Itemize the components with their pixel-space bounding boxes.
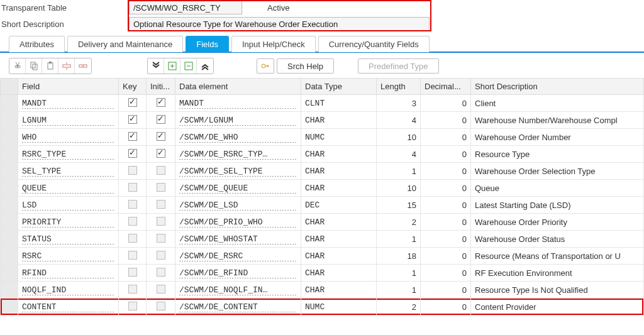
- expand-button[interactable]: [164, 58, 180, 74]
- init-checkbox[interactable]: [157, 149, 165, 158]
- predefined-type-button[interactable]: Predefined Type: [358, 58, 438, 74]
- key-checkbox[interactable]: [128, 200, 137, 209]
- field-name[interactable]: SEL_TYPE: [22, 167, 114, 177]
- init-checkbox[interactable]: [157, 98, 165, 107]
- data-element-link[interactable]: /SCWM/DE_RSRC: [179, 251, 297, 261]
- col-decimal[interactable]: Decimal...: [421, 79, 471, 95]
- table-row[interactable]: RSRC/SCWM/DE_RSRCCHAR180Resource (Means …: [1, 248, 644, 265]
- row-selector[interactable]: [1, 299, 18, 316]
- key-checkbox[interactable]: [128, 285, 137, 294]
- key-checkbox[interactable]: [128, 251, 137, 260]
- table-row[interactable]: PRIORITY/SCWM/DE_PRIO_WHOCHAR20Warehouse…: [1, 214, 644, 231]
- table-row[interactable]: QUEUE/SCWM/DE_QUEUECHAR100Queue: [1, 180, 644, 197]
- field-name[interactable]: LSD: [22, 200, 114, 211]
- data-element-link[interactable]: /SCWM/DE_RSRC_TYP…: [179, 150, 297, 160]
- key-checkbox[interactable]: [128, 268, 137, 277]
- col-length[interactable]: Length: [377, 79, 421, 95]
- key-checkbox[interactable]: [128, 98, 137, 107]
- init-checkbox[interactable]: [157, 251, 165, 260]
- field-name[interactable]: QUEUE: [22, 184, 114, 194]
- key-checkbox[interactable]: [128, 183, 137, 192]
- init-checkbox[interactable]: [157, 302, 165, 310]
- field-name[interactable]: STATUS: [22, 234, 114, 244]
- key-checkbox[interactable]: [128, 234, 137, 243]
- data-element-link[interactable]: /SCWM/DE_RFIND: [179, 268, 297, 278]
- data-element-link[interactable]: /SCWM/LGNUM: [179, 116, 297, 126]
- row-selector[interactable]: [1, 95, 18, 112]
- key-checkbox[interactable]: [128, 115, 137, 124]
- key-checkbox[interactable]: [128, 166, 137, 175]
- cut-button[interactable]: [9, 58, 26, 74]
- tab-delivery-and-maintenance[interactable]: Delivery and Maintenance: [67, 36, 183, 52]
- init-checkbox[interactable]: [157, 285, 165, 294]
- table-row[interactable]: STATUS/SCWM/DE_WHOSTATCHAR10Warehouse Or…: [1, 231, 644, 248]
- init-checkbox[interactable]: [157, 115, 165, 124]
- tab-attributes[interactable]: Attributes: [9, 36, 65, 52]
- col-field[interactable]: Field: [18, 79, 119, 95]
- row-selector[interactable]: [1, 146, 18, 163]
- key-checkbox[interactable]: [128, 217, 137, 226]
- tab-fields[interactable]: Fields: [186, 36, 229, 52]
- data-element-link[interactable]: /SCWM/DE_PRIO_WHO: [179, 217, 297, 228]
- init-checkbox[interactable]: [157, 200, 165, 209]
- row-selector[interactable]: [1, 214, 18, 231]
- collapse-all-button[interactable]: [197, 58, 213, 74]
- init-checkbox[interactable]: [157, 268, 165, 277]
- init-checkbox[interactable]: [157, 234, 165, 243]
- tab-input-help-check[interactable]: Input Help/Check: [231, 36, 316, 52]
- table-row[interactable]: LGNUM/SCWM/LGNUMCHAR40Warehouse Number/W…: [1, 112, 644, 129]
- table-row[interactable]: LSD/SCWM/DE_LSDDEC150Latest Starting Dat…: [1, 197, 644, 214]
- field-name[interactable]: WHO: [22, 133, 114, 143]
- row-selector[interactable]: [1, 231, 18, 248]
- collapse-button[interactable]: [180, 58, 197, 74]
- paste-button[interactable]: [42, 58, 58, 74]
- table-row[interactable]: MANDTMANDTCLNT30Client: [1, 95, 644, 112]
- init-checkbox[interactable]: [157, 217, 165, 226]
- row-selector[interactable]: [1, 129, 18, 146]
- key-checkbox[interactable]: [128, 302, 137, 310]
- field-name[interactable]: RSRC_TYPE: [22, 150, 114, 160]
- field-name[interactable]: CONTENT: [22, 302, 114, 312]
- copy-button[interactable]: [26, 58, 42, 74]
- tab-currency-quantity-fields[interactable]: Currency/Quantity Fields: [318, 36, 430, 52]
- expand-all-button[interactable]: [148, 58, 164, 74]
- col-short-desc[interactable]: Short Description: [471, 79, 644, 95]
- table-row[interactable]: RSRC_TYPE/SCWM/DE_RSRC_TYP…CHAR40Resourc…: [1, 146, 644, 163]
- delete-row-button[interactable]: [75, 58, 91, 74]
- short-description-field[interactable]: [129, 17, 430, 31]
- row-selector[interactable]: [1, 248, 18, 265]
- data-element-link[interactable]: /SCWM/DE_NOQLF_IN…: [179, 285, 297, 295]
- col-data-type[interactable]: Data Type: [301, 79, 377, 95]
- table-row[interactable]: CONTENT/SCWM/DE_CONTENTNUMC20Content Pro…: [1, 299, 644, 316]
- table-row[interactable]: WHO/SCWM/DE_WHONUMC100Warehouse Order Nu…: [1, 129, 644, 146]
- field-name[interactable]: MANDT: [22, 99, 114, 109]
- table-row[interactable]: RFIND/SCWM/DE_RFINDCHAR10RF Execution En…: [1, 265, 644, 282]
- key-checkbox[interactable]: [128, 132, 137, 141]
- row-selector[interactable]: [1, 163, 18, 180]
- data-element-link[interactable]: /SCWM/DE_WHOSTAT: [179, 234, 297, 244]
- data-element-link[interactable]: /SCWM/DE_SEL_TYPE: [179, 167, 297, 177]
- search-help-button[interactable]: Srch Help: [277, 58, 334, 74]
- key-button[interactable]: [257, 58, 274, 74]
- data-element-link[interactable]: /SCWM/DE_LSD: [179, 200, 297, 211]
- field-name[interactable]: LGNUM: [22, 116, 114, 126]
- key-checkbox[interactable]: [128, 149, 137, 158]
- col-key[interactable]: Key: [119, 79, 147, 95]
- field-name[interactable]: NOQLF_IND: [22, 285, 114, 295]
- row-selector[interactable]: [1, 112, 18, 129]
- row-selector[interactable]: [1, 265, 18, 282]
- init-checkbox[interactable]: [157, 132, 165, 141]
- table-row[interactable]: SEL_TYPE/SCWM/DE_SEL_TYPECHAR10Warehouse…: [1, 163, 644, 180]
- table-name-field[interactable]: [129, 1, 242, 14]
- field-name[interactable]: PRIORITY: [22, 217, 114, 228]
- row-selector[interactable]: [1, 180, 18, 197]
- row-selector[interactable]: [1, 282, 18, 299]
- field-name[interactable]: RFIND: [22, 268, 114, 278]
- init-checkbox[interactable]: [157, 166, 165, 175]
- insert-row-button[interactable]: [58, 58, 75, 74]
- field-name[interactable]: RSRC: [22, 251, 114, 261]
- data-element-link[interactable]: MANDT: [179, 99, 297, 109]
- row-selector[interactable]: [1, 197, 18, 214]
- table-row[interactable]: NOQLF_IND/SCWM/DE_NOQLF_IN…CHAR10Resourc…: [1, 282, 644, 299]
- data-element-link[interactable]: /SCWM/DE_WHO: [179, 133, 297, 143]
